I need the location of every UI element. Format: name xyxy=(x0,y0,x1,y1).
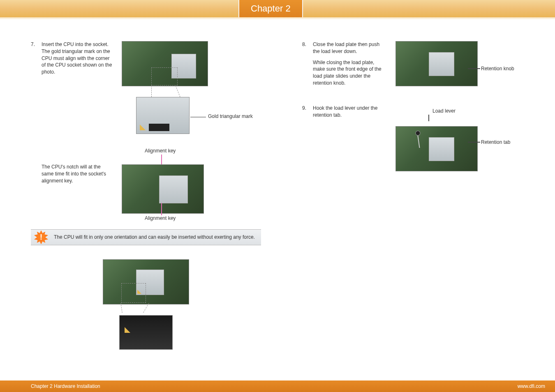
page-content: 7. Insert the CPU into the socket. The g… xyxy=(31,41,530,367)
caution-text: The CPU will fit in only one orientation… xyxy=(54,234,255,240)
step-8: 8. Close the load plate then push the lo… xyxy=(302,41,385,87)
load-lever-label: Load lever xyxy=(410,108,478,114)
chapter-tab: Chapter 2 xyxy=(238,0,303,17)
gold-triangular-mark-icon xyxy=(125,327,130,333)
load-lever-icon xyxy=(417,133,420,148)
alignment-key-label-top: Alignment key xyxy=(145,148,176,154)
cpu-chip-icon xyxy=(136,270,164,295)
header-band: Chapter 2 xyxy=(0,0,555,17)
caution-note: ! The CPU will fit in only one orientati… xyxy=(31,229,261,245)
step-text: Close the load plate then push the load … xyxy=(313,41,385,55)
figure-inserted-cpu xyxy=(31,251,261,350)
retention-knob-label: Retention knob xyxy=(481,66,514,71)
footer-chapter-title: Chapter 2 Hardware Installation xyxy=(31,383,100,389)
hook-load-lever-photo xyxy=(395,126,478,171)
alignment-key-label-bottom: Alignment key xyxy=(145,215,176,221)
step-text: While closing the load plate, make sure … xyxy=(313,59,385,87)
left-column: 7. Insert the CPU into the socket. The g… xyxy=(31,41,261,367)
close-load-plate-photo xyxy=(395,41,478,86)
step-text: Hook the load lever under the retention … xyxy=(313,105,385,119)
footer-url: www.dfi.com xyxy=(518,383,545,389)
cpu-chip-icon xyxy=(171,54,196,78)
cpu-zoom-photo xyxy=(136,97,190,134)
step-9: 9. Hook the load lever under the retenti… xyxy=(302,105,385,119)
cpu-socket-photo xyxy=(122,41,208,86)
step-7: 7. Insert the CPU into the socket. The g… xyxy=(31,41,113,76)
step-number: 8. xyxy=(302,41,309,87)
inserted-cpu-photo xyxy=(103,259,189,304)
step-text: Insert the CPU into the socket. The gold… xyxy=(42,41,113,76)
cpu-chip-icon xyxy=(159,175,188,203)
gold-triangular-mark-icon xyxy=(137,290,141,294)
footer-bar: Chapter 2 Hardware Installation www.dfi.… xyxy=(0,380,555,392)
step-number: 9. xyxy=(302,105,309,119)
right-column: 8. Close the load plate then push the lo… xyxy=(302,41,530,367)
caution-icon: ! xyxy=(34,230,48,244)
inserted-cpu-zoom xyxy=(119,315,173,350)
retention-tab-label: Retention tab xyxy=(481,139,510,145)
step-number: 7. xyxy=(31,41,37,76)
figure-step7: Gold triangular mark xyxy=(113,41,261,134)
gold-triangular-mark-icon xyxy=(140,125,146,130)
cpu-chip-icon xyxy=(429,137,454,161)
gold-mark-label: Gold triangular mark xyxy=(208,113,253,119)
alignment-key-photo xyxy=(122,164,204,214)
cpu-chip-icon xyxy=(429,52,454,76)
cpu-notch-note: The CPU's notch will at the same time fi… xyxy=(42,164,113,184)
